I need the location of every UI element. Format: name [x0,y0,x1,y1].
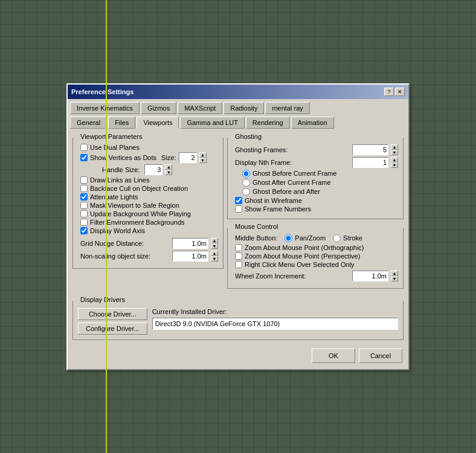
zoom-ortho-checkbox[interactable] [235,244,242,251]
right-click-label[interactable]: Right Click Menu Over Selected Only [245,261,355,268]
size-spinner[interactable]: ▲ ▼ [199,152,207,163]
show-vertices-checkbox[interactable] [80,154,88,161]
draw-links-label[interactable]: Draw Links as Lines [90,176,149,184]
attenuate-lights-label[interactable]: Attenuate Lights [90,193,138,201]
tab-mental-ray[interactable]: mental ray [265,102,309,114]
grid-nudge-row: Grid Nudge Distance: ▲ ▼ [78,238,218,249]
ghost-before-label[interactable]: Ghost Before Current Frame [252,170,336,177]
size-down-arrow[interactable]: ▼ [199,158,207,163]
grid-nudge-input[interactable] [172,238,208,249]
nth-frame-spinner[interactable]: ▲ ▼ [391,157,398,168]
title-bar: Preference Settings ? ✕ [68,85,408,99]
size-up-arrow[interactable]: ▲ [199,152,207,158]
non-scaling-row: Non-scaling object size: ▲ ▼ [78,251,218,262]
tab-general[interactable]: General [70,117,107,129]
handle-down-arrow[interactable]: ▼ [165,170,172,175]
zoom-ortho-label[interactable]: Zoom About Mouse Point (Orthographic) [245,244,364,251]
driver-buttons: Choose Driver... Configure Driver... [78,308,147,335]
choose-driver-button[interactable]: Choose Driver... [78,308,147,320]
stroke-label[interactable]: Stroke [343,234,362,242]
grid-nudge-spinner[interactable]: ▲ ▼ [211,238,218,249]
right-click-checkbox[interactable] [235,261,242,268]
ghost-before-after-radio[interactable] [242,188,250,196]
ghost-wireframe-label[interactable]: Ghost in Wireframe [245,197,302,204]
size-input[interactable] [179,152,197,163]
wheel-zoom-down[interactable]: ▼ [391,276,398,281]
wheel-zoom-row: Wheel Zoom Increment: ▲ ▼ [233,271,398,281]
non-scaling-down-arrow[interactable]: ▼ [211,256,218,262]
ghost-before-after-label[interactable]: Ghost Before and After [252,188,320,195]
tab-maxscript[interactable]: MAXScript [178,102,222,114]
handle-size-row: Handle Size: ▲ ▼ [78,164,218,175]
attenuate-lights-checkbox[interactable] [80,193,88,201]
use-dual-planes-checkbox[interactable] [80,144,88,151]
filter-environment-label[interactable]: Filter Environment Backgrounds [90,219,185,226]
close-button[interactable]: ✕ [395,88,405,96]
driver-info: Currently Installed Driver: [152,308,398,330]
tab-gizmos[interactable]: Gizmos [141,102,176,114]
non-scaling-spinner[interactable]: ▲ ▼ [211,251,218,262]
ghosting-frames-input[interactable] [352,144,388,155]
viewport-params-group: Viewport Parameters Use Dual Planes Show… [72,138,224,269]
display-world-axis-label[interactable]: Display World Axis [90,227,145,234]
mask-viewport-checkbox[interactable] [80,202,88,209]
wheel-zoom-spinner[interactable]: ▲ ▼ [391,271,398,281]
handle-size-spinner[interactable]: ▲ ▼ [165,164,172,175]
handle-up-arrow[interactable]: ▲ [165,164,172,170]
ghost-after-row: Ghost After Current Frame [233,179,398,187]
non-scaling-input[interactable] [172,251,208,262]
wheel-zoom-up[interactable]: ▲ [391,271,398,276]
display-world-axis-checkbox[interactable] [80,227,88,234]
nth-frame-row: Display Nth Frame: ▲ ▼ [233,157,398,168]
tab-gamma-lut[interactable]: Gamma and LUT [180,117,244,129]
nth-frame-down[interactable]: ▼ [391,162,398,168]
non-scaling-up-arrow[interactable]: ▲ [211,251,218,256]
ghost-after-radio[interactable] [242,179,250,187]
cancel-button[interactable]: Cancel [359,349,402,363]
ok-button[interactable]: OK [312,349,355,363]
help-button[interactable]: ? [384,88,394,96]
handle-size-input[interactable] [144,164,162,175]
show-frame-numbers-label[interactable]: Show Frame Numbers [245,205,311,213]
mask-viewport-label[interactable]: Mask Viewport to Safe Region [90,202,179,209]
driver-value-field[interactable] [152,318,398,330]
stroke-radio[interactable] [333,234,341,242]
backface-cull-row: Backface Cull on Object Creation [78,185,218,192]
use-dual-planes-label[interactable]: Use Dual Planes [90,144,140,151]
update-background-label[interactable]: Update Background While Playing [90,210,191,217]
ghosting-label: Ghosting [233,133,264,140]
nth-frame-input[interactable] [352,157,388,168]
ghosting-frames-up[interactable]: ▲ [391,144,398,150]
update-background-checkbox[interactable] [80,210,88,217]
configure-driver-button[interactable]: Configure Driver... [78,323,147,335]
show-vertices-row: Show Vertices as Dots Size: ▲ ▼ [78,152,218,163]
ghost-after-label[interactable]: Ghost After Current Frame [252,179,331,186]
show-frame-numbers-checkbox[interactable] [235,205,242,213]
grid-nudge-up-arrow[interactable]: ▲ [211,238,218,243]
ghosting-frames-down[interactable]: ▼ [391,150,398,155]
wheel-zoom-input[interactable] [352,271,388,281]
ghost-before-radio[interactable] [242,170,250,178]
zoom-persp-label[interactable]: Zoom About Mouse Point (Perspective) [245,252,360,260]
zoom-persp-checkbox[interactable] [235,252,242,260]
backface-cull-label[interactable]: Backface Cull on Object Creation [90,185,188,192]
tab-rendering[interactable]: Rendering [246,117,290,129]
filter-environment-checkbox[interactable] [80,219,88,226]
tab-inverse-kinematics[interactable]: Inverse Kinematics [70,102,140,114]
draw-links-checkbox[interactable] [80,176,88,184]
backface-cull-checkbox[interactable] [80,185,88,192]
nth-frame-up[interactable]: ▲ [391,157,398,162]
tab-viewports[interactable]: Viewports [137,117,179,129]
zoom-persp-row: Zoom About Mouse Point (Perspective) [233,252,398,260]
grid-nudge-down-arrow[interactable]: ▼ [211,243,218,249]
tab-files[interactable]: Files [108,117,135,129]
drivers-content: Choose Driver... Configure Driver... Cur… [78,306,398,335]
ghosting-frames-spinner[interactable]: ▲ ▼ [391,144,398,155]
pan-zoom-radio[interactable] [285,234,292,242]
tab-animation[interactable]: Animation [291,117,334,129]
pan-zoom-label[interactable]: Pan/Zoom [295,234,326,242]
tab-radiosity[interactable]: Radiosity [224,102,264,114]
attenuate-lights-row: Attenuate Lights [78,193,218,201]
show-vertices-label[interactable]: Show Vertices as Dots [90,154,156,161]
ghost-wireframe-checkbox[interactable] [235,197,242,204]
